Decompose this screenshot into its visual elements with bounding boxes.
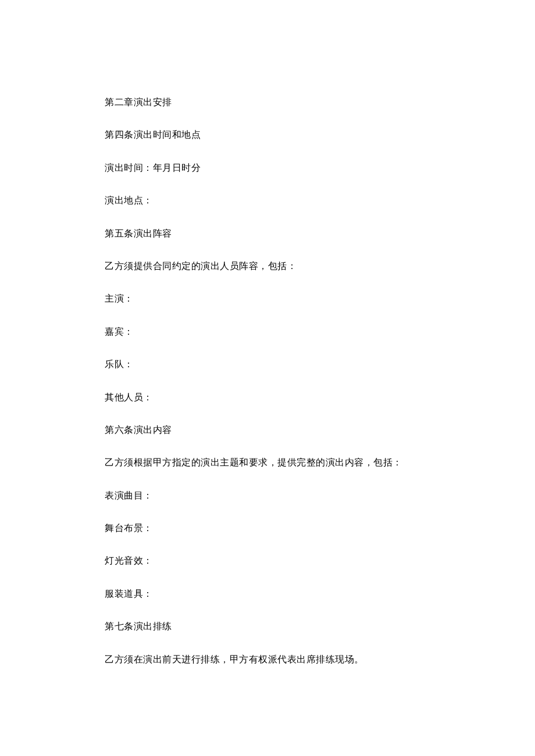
- body-text: 乐队：: [105, 358, 430, 371]
- body-text: 演出时间：年月日时分: [105, 162, 430, 174]
- article-heading: 第五条演出阵容: [105, 227, 430, 240]
- body-text: 服装道具：: [105, 587, 430, 600]
- body-text: 乙方须在演出前天进行排练，甲方有权派代表出席排练现场。: [105, 653, 430, 666]
- body-text: 嘉宾：: [105, 325, 430, 338]
- body-text: 灯光音效：: [105, 554, 430, 567]
- body-text: 表演曲目：: [105, 489, 430, 502]
- body-text: 舞台布景：: [105, 522, 430, 535]
- article-heading: 第四条演出时间和地点: [105, 128, 430, 141]
- body-text: 乙方须提供合同约定的演出人员阵容，包括：: [105, 260, 430, 273]
- body-text: 演出地点：: [105, 194, 430, 207]
- article-heading: 第六条演出内容: [105, 424, 430, 436]
- body-text: 其他人员：: [105, 391, 430, 404]
- chapter-heading: 第二章演出安排: [105, 96, 430, 109]
- body-text: 乙方须根据甲方指定的演出主题和要求，提供完整的演出内容，包括：: [105, 456, 430, 469]
- body-text: 主演：: [105, 292, 430, 305]
- article-heading: 第七条演出排练: [105, 620, 430, 633]
